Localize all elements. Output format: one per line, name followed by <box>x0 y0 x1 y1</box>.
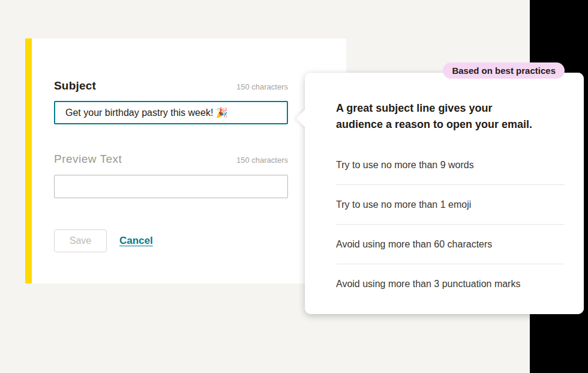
preview-character-counter: 150 characters <box>236 156 288 165</box>
preview-text-label: Preview Text <box>54 153 122 166</box>
tooltip-body: A great subject line gives your audience… <box>305 73 584 314</box>
subject-label: Subject <box>54 79 96 92</box>
tooltip-heading: A great subject line gives your audience… <box>336 100 573 133</box>
save-button[interactable]: Save <box>54 229 107 252</box>
tooltip-heading-line: audience a reason to open your email. <box>336 117 573 133</box>
best-practices-badge: Based on best practices <box>443 62 565 79</box>
tooltip-heading-line: A great subject line gives your <box>336 100 573 117</box>
subject-editor-card: Subject 150 characters Preview Text 150 … <box>32 38 346 284</box>
subject-input[interactable] <box>54 101 288 124</box>
subject-character-counter: 150 characters <box>236 82 288 91</box>
page-background: Subject 150 characters Preview Text 150 … <box>0 0 588 373</box>
tip-punctuation-count: Avoid using more than 3 punctuation mark… <box>336 264 565 304</box>
cancel-link[interactable]: Cancel <box>119 235 153 247</box>
preview-text-input[interactable] <box>54 175 288 198</box>
preview-field-header: Preview Text 150 characters <box>54 153 288 166</box>
editor-actions: Save Cancel <box>54 229 153 252</box>
yellow-accent-bar <box>25 38 32 284</box>
tips-list: Try to use no more than 9 words Try to u… <box>336 145 565 304</box>
subject-field-header: Subject 150 characters <box>54 79 288 92</box>
tip-emoji-count: Try to use no more than 1 emoji <box>336 185 565 225</box>
tip-character-count: Avoid using more than 60 characters <box>336 225 565 264</box>
best-practices-tooltip: A great subject line gives your audience… <box>305 73 584 314</box>
tip-word-count: Try to use no more than 9 words <box>336 145 565 185</box>
